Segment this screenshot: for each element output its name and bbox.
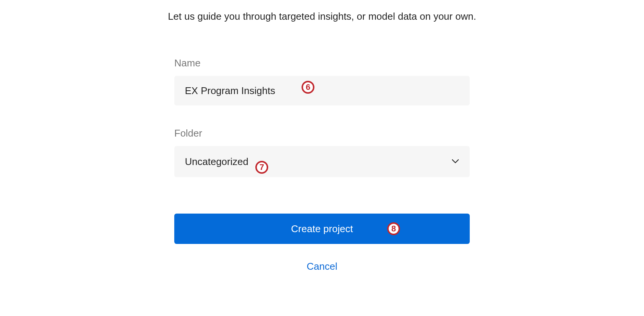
cancel-button[interactable]: Cancel: [307, 261, 338, 272]
name-label: Name: [174, 57, 470, 69]
folder-field-group: Folder Uncategorized 7: [174, 127, 470, 177]
form-subtitle: Let us guide you through targeted insigh…: [168, 11, 476, 22]
folder-select[interactable]: Uncategorized: [174, 146, 470, 177]
folder-label: Folder: [174, 127, 470, 139]
create-project-button[interactable]: Create project 8: [174, 214, 470, 244]
folder-select-wrap: Uncategorized 7: [174, 146, 470, 177]
folder-select-value: Uncategorized: [185, 156, 249, 168]
name-input[interactable]: [174, 76, 470, 105]
create-project-button-label: Create project: [291, 223, 353, 235]
create-project-form-container: Let us guide you through targeted insigh…: [0, 0, 644, 272]
name-field-group: Name 6: [174, 57, 470, 105]
create-project-form: Name 6 Folder Uncategorized 7 Create pro…: [174, 57, 470, 272]
annotation-marker-8: 8: [387, 222, 400, 235]
